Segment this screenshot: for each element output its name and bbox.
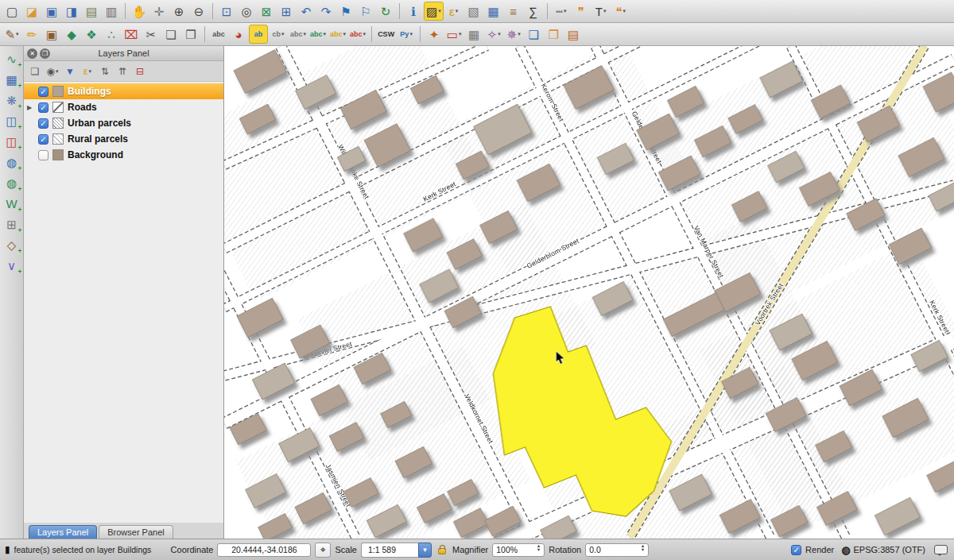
layer-item-background[interactable]: Background	[24, 147, 223, 163]
deselect-features-button[interactable]: ▧	[464, 2, 483, 21]
layout-grid-button[interactable]: ▤	[564, 25, 583, 44]
layer-item-roads[interactable]: ▶✓Roads	[24, 99, 223, 115]
layer-checkbox-background[interactable]	[38, 150, 48, 160]
toggle-editing-button[interactable]: ✏	[22, 25, 41, 44]
new-bookmark-button[interactable]: ⚑	[336, 2, 355, 21]
python-console-button[interactable]: Py▾	[397, 25, 416, 44]
identify-features-button[interactable]: ℹ	[404, 2, 423, 21]
sparkle-wand-button[interactable]: ✵▾	[504, 25, 523, 44]
save-project-button[interactable]: ▣	[42, 2, 61, 21]
current-edits-button[interactable]: ✎▾	[2, 25, 21, 44]
label-toolbar-button[interactable]: ab	[249, 25, 268, 44]
save-layer-edits-button[interactable]: ▣	[42, 25, 61, 44]
stepper-icon[interactable]: ▲▼	[537, 546, 541, 554]
filter-by-expression-button[interactable]: ε▾	[80, 64, 95, 79]
magic-wand-button[interactable]: ✧▾	[484, 25, 503, 44]
extents-toggle-button[interactable]: ⌖	[315, 543, 331, 558]
zoom-in-button[interactable]: ⊕	[169, 2, 188, 21]
add-wfs-layer-button[interactable]: W+	[2, 194, 22, 213]
tab-layers-panel[interactable]: Layers Panel	[29, 525, 97, 539]
move-label-button[interactable]: abc▾	[308, 25, 328, 44]
add-group-button[interactable]: ❏	[27, 64, 43, 79]
delete-selected-button[interactable]: ⌧	[122, 25, 141, 44]
rotate-label-button[interactable]: abc▾	[328, 25, 347, 44]
zoom-out-button[interactable]: ⊖	[189, 2, 208, 21]
new-shapefile-layer-button[interactable]: ◇+	[2, 235, 22, 254]
layers-paste-button[interactable]: ❐	[544, 25, 563, 44]
add-mssql-layer-button[interactable]: ◫+	[2, 132, 22, 151]
new-project-button[interactable]: ▢	[2, 2, 21, 21]
new-print-composer-button[interactable]: ▤	[82, 2, 101, 21]
pin-unpin-labels-button[interactable]: cb▾	[269, 25, 288, 44]
float-panel-button[interactable]: ❐	[40, 48, 50, 59]
stepper-icon[interactable]: ▲▼	[641, 546, 645, 554]
zoom-to-layer-button[interactable]: ⊞	[277, 2, 296, 21]
pan-map-button[interactable]: ✋	[130, 2, 149, 21]
text-annotation-button[interactable]: T▾	[591, 2, 611, 21]
field-calculator-button[interactable]: ≡	[504, 2, 523, 21]
render-checkbox[interactable]: ✓	[791, 545, 801, 555]
zoom-native-button[interactable]: ◎	[237, 2, 256, 21]
change-label-properties-button[interactable]: abc▾	[348, 25, 367, 44]
messages-icon[interactable]	[934, 545, 948, 554]
magnifier-input[interactable]: 100% ▲▼	[492, 543, 545, 557]
rotation-input[interactable]: 0.0 ▲▼	[585, 543, 649, 557]
highlight-pinned-labels-button[interactable]: abc	[209, 25, 228, 44]
add-spatialite-layer-button[interactable]: ❋+	[2, 91, 22, 110]
add-feature-button[interactable]: ◆	[62, 25, 81, 44]
node-tool-button[interactable]: ∴	[102, 25, 121, 44]
layer-item-rural-parcels[interactable]: ✓Rural parcels	[24, 131, 223, 147]
new-map-extent-button[interactable]: ▭▾	[444, 25, 463, 44]
tab-browser-panel[interactable]: Browser Panel	[99, 525, 173, 539]
pan-to-selection-button[interactable]: ✛	[149, 2, 169, 21]
scale-lock-button[interactable]	[436, 545, 448, 554]
add-vector-layer-button[interactable]: ∿+	[2, 49, 22, 68]
layer-checkbox-rural-parcels[interactable]: ✓	[38, 134, 48, 145]
crs-status-button[interactable]: ◍ EPSG:3857 (OTF)	[838, 543, 929, 558]
scale-combobox[interactable]: 1:1 589 ▾	[361, 543, 432, 558]
add-postgis-layer-button[interactable]: ◫+	[2, 111, 22, 130]
layer-checkbox-urban-parcels[interactable]: ✓	[38, 118, 48, 129]
map-canvas[interactable]: Kerom StreetGelderblom StreetWildervanke…	[224, 46, 954, 539]
zoom-to-selection-button[interactable]: ⊠	[257, 2, 276, 21]
north-arrow-button[interactable]: ✦	[425, 25, 444, 44]
composer-manager-button[interactable]: ▥	[102, 2, 121, 21]
refresh-map-button[interactable]: ↻	[376, 2, 395, 21]
open-project-button[interactable]: ◪	[22, 2, 41, 21]
manage-layer-visibility-button[interactable]: ◉▾	[45, 64, 60, 79]
remove-layer-button[interactable]: ⊟	[132, 64, 148, 79]
zoom-last-button[interactable]: ↶	[297, 2, 316, 21]
show-bookmarks-button[interactable]: ⚐	[356, 2, 375, 21]
expand-all-button[interactable]: ⇅	[97, 64, 113, 79]
close-panel-button[interactable]: ✕	[27, 48, 37, 59]
add-wms-layer-button[interactable]: ◍+	[2, 153, 22, 172]
layer-checkbox-buildings[interactable]: ✓	[38, 87, 48, 97]
add-raster-layer-button[interactable]: ▦+	[2, 70, 22, 89]
zoom-next-button[interactable]: ↷	[316, 2, 335, 21]
layers-copy-button[interactable]: ❏	[524, 25, 543, 44]
labeling-options-button[interactable]: ◕	[229, 25, 248, 44]
open-attribute-table-button[interactable]: ▦	[484, 2, 503, 21]
form-annotation-button[interactable]: ❝▾	[611, 2, 630, 21]
layer-checkbox-roads[interactable]: ✓	[38, 102, 48, 113]
layer-item-buildings[interactable]: ✓Buildings	[24, 83, 223, 99]
statistical-summary-button[interactable]: ∑	[524, 2, 543, 21]
zoom-full-button[interactable]: ⊡	[217, 2, 236, 21]
layer-item-urban-parcels[interactable]: ✓Urban parcels	[24, 115, 223, 131]
add-delimited-text-layer-button[interactable]: ⊞+	[2, 214, 22, 234]
measure-button[interactable]: ┅▾	[552, 2, 571, 21]
add-virtual-layer-button[interactable]: ∨+	[2, 256, 22, 275]
grid-tool-button[interactable]: ▦	[464, 25, 483, 44]
move-feature-button[interactable]: ❖	[82, 25, 101, 44]
select-features-button[interactable]: ▨▾	[424, 2, 444, 21]
paste-features-button[interactable]: ❐	[181, 25, 200, 44]
select-by-expression-button[interactable]: ε▾	[444, 2, 463, 21]
scale-dropdown-icon[interactable]: ▾	[418, 543, 432, 558]
save-project-as-button[interactable]: ◨	[62, 2, 81, 21]
show-hide-labels-button[interactable]: abc▾	[289, 25, 308, 44]
cut-features-button[interactable]: ✂	[142, 25, 161, 44]
filter-legend-button[interactable]: ▼	[62, 64, 78, 79]
add-wcs-layer-button[interactable]: ◍+	[2, 173, 22, 192]
metasearch-csw-button[interactable]: CSW	[376, 25, 396, 44]
copy-features-button[interactable]: ❏	[161, 25, 180, 44]
